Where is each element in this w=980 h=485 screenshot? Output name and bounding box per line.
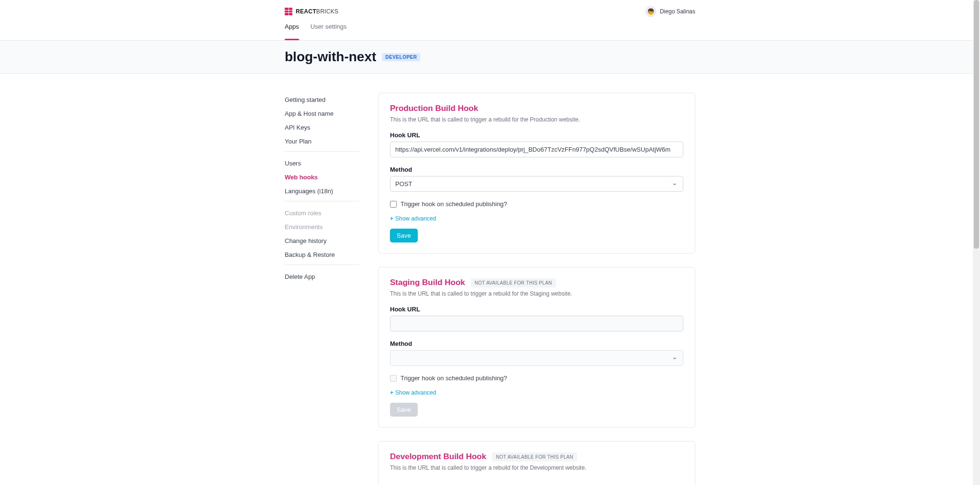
primary-nav: Apps User settings bbox=[285, 23, 695, 40]
sidebar-item-delete-app[interactable]: Delete App bbox=[285, 270, 359, 284]
card-staging-hook: Staging Build Hook NOT AVAILABLE FOR THI… bbox=[378, 267, 695, 428]
brand-logo[interactable]: REACTBRICKS bbox=[285, 8, 338, 15]
sidebar-item-custom-roles: Custom roles bbox=[285, 206, 359, 220]
save-button: Save bbox=[390, 403, 418, 417]
avatar: 👦 bbox=[646, 6, 656, 17]
hook-url-label: Hook URL bbox=[390, 306, 683, 313]
logo-text: REACTBRICKS bbox=[296, 8, 338, 15]
sidebar-item-languages[interactable]: Languages (i18n) bbox=[285, 184, 359, 198]
sidebar-item-users[interactable]: Users bbox=[285, 156, 359, 170]
scrollbar-thumb[interactable] bbox=[974, 0, 979, 249]
sidebar-item-environments: Environments bbox=[285, 220, 359, 234]
user-menu[interactable]: 👦 Diego Salinas bbox=[646, 6, 695, 17]
sidebar: Getting started App & Host name API Keys… bbox=[285, 93, 359, 485]
sidebar-item-web-hooks[interactable]: Web hooks bbox=[285, 170, 359, 184]
method-select bbox=[390, 350, 683, 366]
card-desc: This is the URL that is called to trigge… bbox=[390, 290, 683, 297]
show-advanced-toggle[interactable]: + Show advanced bbox=[390, 215, 436, 222]
hook-url-input[interactable] bbox=[390, 142, 683, 157]
card-title: Production Build Hook bbox=[390, 104, 478, 113]
logo-icon bbox=[285, 8, 292, 15]
sidebar-item-app-host[interactable]: App & Host name bbox=[285, 107, 359, 121]
card-title: Staging Build Hook bbox=[390, 278, 465, 287]
plus-icon: + bbox=[390, 215, 393, 222]
method-label: Method bbox=[390, 166, 683, 173]
user-name: Diego Salinas bbox=[660, 8, 695, 15]
plus-icon: + bbox=[390, 389, 393, 396]
role-badge: DEVELOPER bbox=[382, 53, 420, 61]
method-select[interactable]: POST bbox=[390, 176, 683, 192]
nav-tab-user-settings[interactable]: User settings bbox=[311, 23, 347, 40]
top-header: REACTBRICKS 👦 Diego Salinas Apps User se… bbox=[0, 0, 980, 41]
card-production-hook: Production Build Hook This is the URL th… bbox=[378, 93, 695, 254]
nav-tab-apps[interactable]: Apps bbox=[285, 23, 299, 40]
card-desc: This is the URL that is called to trigge… bbox=[390, 464, 683, 471]
plan-na-badge: NOT AVAILABLE FOR THIS PLAN bbox=[471, 278, 556, 287]
main-content: Production Build Hook This is the URL th… bbox=[378, 93, 695, 485]
trigger-scheduled-checkbox bbox=[390, 375, 397, 382]
page-subheader: blog-with-next DEVELOPER bbox=[0, 41, 980, 74]
sidebar-item-backup-restore[interactable]: Backup & Restore bbox=[285, 248, 359, 262]
sidebar-item-your-plan[interactable]: Your Plan bbox=[285, 134, 359, 148]
sidebar-item-change-history[interactable]: Change history bbox=[285, 234, 359, 248]
hook-url-label: Hook URL bbox=[390, 132, 683, 139]
save-button[interactable]: Save bbox=[390, 229, 418, 242]
page-title: blog-with-next bbox=[285, 49, 376, 65]
sidebar-item-getting-started[interactable]: Getting started bbox=[285, 93, 359, 107]
plan-na-badge: NOT AVAILABLE FOR THIS PLAN bbox=[492, 452, 577, 462]
card-development-hook: Development Build Hook NOT AVAILABLE FOR… bbox=[378, 441, 695, 485]
scrollbar[interactable] bbox=[973, 0, 980, 485]
method-label: Method bbox=[390, 340, 683, 347]
sidebar-item-api-keys[interactable]: API Keys bbox=[285, 121, 359, 134]
hook-url-input bbox=[390, 316, 683, 331]
trigger-scheduled-label: Trigger hook on scheduled publishing? bbox=[401, 200, 507, 208]
card-title: Development Build Hook bbox=[390, 452, 486, 462]
card-desc: This is the URL that is called to trigge… bbox=[390, 116, 683, 123]
show-advanced-toggle[interactable]: + Show advanced bbox=[390, 389, 436, 396]
trigger-scheduled-label: Trigger hook on scheduled publishing? bbox=[401, 375, 507, 382]
trigger-scheduled-checkbox[interactable] bbox=[390, 201, 397, 208]
